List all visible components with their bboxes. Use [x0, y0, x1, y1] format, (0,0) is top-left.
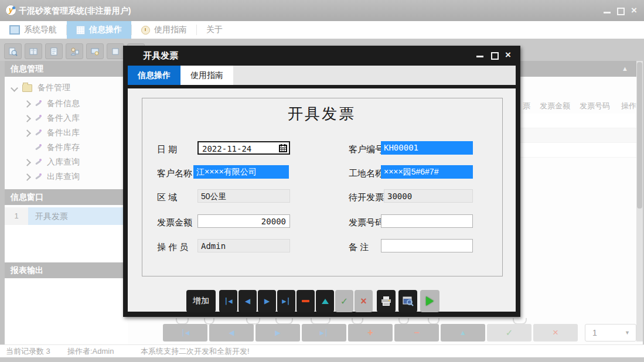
status-bar: 当前记录数 3 操作者:Admin 本系统支持二次开发和全新开发!	[0, 344, 644, 358]
tab-info-operation[interactable]: 信息操作	[67, 21, 131, 39]
first-record-button[interactable]: |◀	[219, 290, 237, 312]
first-record-icon: |◀	[224, 297, 232, 305]
maximize-icon	[491, 52, 499, 60]
customer-name-input[interactable]: 江××××有限公司	[193, 165, 289, 179]
tab-user-guide[interactable]: 使用指南	[132, 21, 196, 39]
vertical-scrollbar[interactable]	[636, 61, 643, 341]
minimize-icon	[604, 12, 611, 13]
tool-icon	[35, 129, 42, 137]
dialog-close-button[interactable]: ×	[503, 51, 513, 60]
monitor-tool-button[interactable]	[86, 43, 104, 59]
scrollbar-thumb[interactable]	[637, 62, 642, 209]
last-record-button[interactable]: ▶|	[277, 290, 295, 312]
next-record-button[interactable]: ▶	[258, 290, 276, 312]
extra-tool-button[interactable]	[107, 43, 124, 59]
tab-about[interactable]: 关于	[197, 21, 232, 39]
record-number-select[interactable]: 1 ▼	[585, 324, 636, 341]
nav-edit-button[interactable]: ▲	[441, 324, 485, 341]
preview-icon	[402, 296, 414, 306]
nav-cancel-button[interactable]: ×	[533, 324, 578, 341]
nav-last-button[interactable]: ▶|	[302, 324, 346, 341]
minus-icon: −	[414, 327, 419, 338]
collapse-panel-icon[interactable]: ▲	[622, 66, 628, 72]
left-edge	[0, 61, 5, 344]
remark-label: 备 注	[349, 240, 369, 254]
check-icon: ✓	[340, 296, 348, 307]
customer-no-input[interactable]: KH00001	[381, 141, 473, 155]
system-note-text: 本系统支持二次开发和全新开发!	[141, 345, 250, 357]
dialog-minimize-button[interactable]	[475, 51, 485, 60]
app-window: y 干混砂浆管理系统(非注册用户) × 系统导航 信息操作 使用指南 关于	[0, 0, 644, 362]
preview-button[interactable]	[398, 290, 417, 312]
record-count-text: 当前记录数 3	[6, 345, 50, 357]
chevron-right-icon	[23, 100, 31, 108]
list-item-invoice-window[interactable]: 1 开具发票	[5, 207, 128, 225]
triangle-up-icon	[322, 299, 329, 304]
info-window-list: 1 开具发票	[5, 205, 128, 262]
date-input[interactable]: 2022-11-24	[197, 141, 290, 155]
nav-next-button[interactable]: ▶	[255, 324, 300, 341]
folder-icon	[22, 84, 32, 92]
bottom-edge	[0, 357, 644, 362]
report-output-area	[5, 278, 128, 344]
invoice-amount-input[interactable]: 20000	[197, 214, 290, 228]
cross-icon: ×	[553, 327, 558, 339]
nav-delete-button[interactable]: −	[394, 324, 439, 341]
user-tool-button[interactable]	[66, 43, 83, 59]
form-title: 开具发票	[128, 104, 516, 124]
tree-item-parts-management[interactable]: 备件管理	[5, 80, 135, 95]
restore-icon	[617, 8, 625, 15]
book-tool-button[interactable]	[25, 43, 42, 59]
user-icon	[70, 47, 79, 56]
nav-prev-button[interactable]: ◀	[209, 324, 254, 341]
minimize-button[interactable]	[602, 6, 612, 15]
tool-icon	[111, 47, 120, 56]
tool-icon	[35, 100, 42, 108]
clock-icon	[141, 26, 150, 35]
calendar-icon	[279, 144, 287, 152]
cancel-button[interactable]: ×	[355, 290, 373, 312]
prev-record-button[interactable]: ◀	[238, 290, 257, 312]
invoice-no-label: 发票号码	[349, 216, 384, 229]
search-tool-button[interactable]	[4, 43, 22, 59]
document-tool-button[interactable]	[45, 43, 63, 59]
edit-record-button[interactable]	[316, 290, 334, 312]
dialog-maximize-button[interactable]	[489, 51, 499, 60]
close-button[interactable]: ×	[629, 6, 639, 15]
area-field: 50公里	[197, 189, 290, 203]
sidebar-tree: 备件管理 备件信息 备件入库 备件出库 备件库存 入库查询	[5, 77, 128, 189]
window-titlebar: y 干混砂浆管理系统(非注册用户) ×	[0, 0, 644, 21]
restore-button[interactable]	[615, 6, 625, 15]
operator-text: 操作者:Admin	[67, 345, 114, 357]
section-info-window: 信息窗口	[5, 189, 128, 205]
nav-add-button[interactable]: +	[348, 324, 393, 341]
print-button[interactable]	[377, 290, 396, 312]
list-item-index: 1	[5, 207, 28, 225]
close-icon: ×	[503, 51, 513, 59]
site-name-input[interactable]: ××××园5#6#7#	[381, 165, 473, 179]
nav-first-button[interactable]: |◀	[163, 324, 207, 341]
confirm-button[interactable]: ✓	[335, 290, 353, 312]
delete-record-button[interactable]	[297, 290, 315, 312]
app-logo-icon: y	[5, 5, 16, 16]
run-button[interactable]	[420, 290, 439, 312]
prev-record-icon: ◀	[245, 297, 250, 305]
dialog-tab-info-operation[interactable]: 信息操作	[128, 66, 180, 85]
dialog-title: 开具发票	[143, 46, 178, 66]
monitor-icon	[90, 47, 100, 56]
play-icon	[426, 296, 434, 306]
invoice-amount-label: 发票金额	[157, 216, 192, 229]
chevron-right-icon	[23, 173, 31, 181]
remark-input[interactable]	[381, 239, 473, 252]
system-nav-icon	[9, 25, 20, 35]
customer-name-label: 客户名称	[157, 166, 192, 180]
nav-confirm-button[interactable]: ✓	[487, 324, 531, 341]
add-button[interactable]: 增加	[186, 290, 216, 312]
tab-system-nav[interactable]: 系统导航	[0, 21, 66, 39]
invoice-no-input[interactable]	[381, 214, 473, 228]
section-info-management: 信息管理	[5, 61, 128, 77]
dialog-tab-user-guide[interactable]: 使用指南	[180, 66, 233, 85]
grid-icon	[76, 26, 85, 35]
site-name-label: 工地名称	[349, 166, 384, 180]
pending-invoice-label: 待开发票	[349, 190, 384, 204]
